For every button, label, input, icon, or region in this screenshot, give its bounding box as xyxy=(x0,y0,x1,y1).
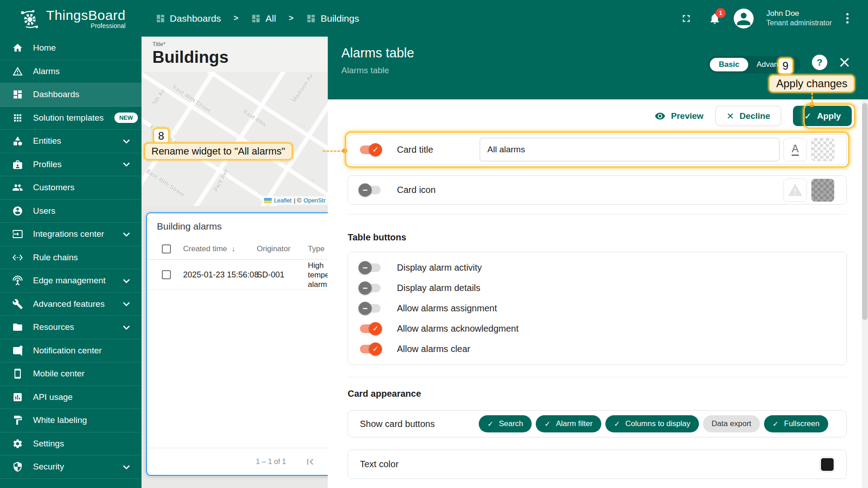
more-menu-icon[interactable] xyxy=(844,11,850,25)
column-originator[interactable]: Originator xyxy=(257,244,291,253)
thingsboard-logo[interactable]: ThingsBoard Professional xyxy=(18,7,126,30)
toggle-row-allow-alarms-clear: Allow alarms clear xyxy=(360,339,835,359)
profiles-icon xyxy=(12,159,23,170)
annotation-step-9-number: 9 xyxy=(778,57,793,75)
card-title-toggle[interactable] xyxy=(360,145,381,154)
row-checkbox[interactable] xyxy=(162,270,171,279)
integrations-center-icon xyxy=(12,229,23,239)
card-title-row: Card title A xyxy=(348,134,847,165)
leaflet-link[interactable]: Leaflet xyxy=(274,197,292,204)
sidebar-item-alarms[interactable]: Alarms xyxy=(0,60,142,84)
customers-icon xyxy=(12,182,23,193)
select-all-checkbox[interactable] xyxy=(162,244,171,253)
title-background-color-button[interactable] xyxy=(811,138,835,161)
sidebar-item-integrations-center[interactable]: Integrations center xyxy=(0,223,142,246)
sidebar-item-entities[interactable]: Entities xyxy=(0,130,142,153)
top-header-bar: ThingsBoard Professional Dashboards > Al… xyxy=(0,0,868,37)
pagination-range: 1 – 1 of 1 xyxy=(256,458,286,466)
sidebar-item-users[interactable]: Users xyxy=(0,200,142,223)
toggle-row-allow-alarms-acknowledgment: Allow alarms acknowledgment xyxy=(360,319,835,339)
decline-button[interactable]: ✕ Decline xyxy=(715,106,781,126)
white-labeling-icon xyxy=(12,415,23,426)
basic-tab[interactable]: Basic xyxy=(710,58,748,71)
alarm-table-row[interactable]: 2025-01-23 15:56:08 SD-001 High temperat… xyxy=(147,260,328,290)
preview-button[interactable]: Preview xyxy=(655,106,703,126)
sidebar-item-notification-center[interactable]: Notification center xyxy=(0,339,142,363)
new-badge: NEW xyxy=(114,113,138,123)
first-page-icon[interactable] xyxy=(304,456,316,468)
allow-alarms-acknowledgment-toggle[interactable] xyxy=(360,324,381,333)
settings-panel-body: Preview ✕ Decline ✓ Apply Card title A xyxy=(328,99,868,488)
cell-originator: SD-001 xyxy=(257,270,284,279)
card-title-input[interactable] xyxy=(480,138,779,161)
notifications-bell-icon[interactable]: 1 xyxy=(708,12,721,25)
help-icon[interactable]: ? xyxy=(812,55,827,70)
alarms-table-header: Created time↓ Originator Type xyxy=(147,238,328,260)
card-appearance-heading: Card appearance xyxy=(348,389,421,399)
widget-settings-panel: Alarms table Alarms table Basic Advanced… xyxy=(328,37,868,488)
close-icon[interactable] xyxy=(838,56,851,69)
breadcrumb-dashboards[interactable]: Dashboards xyxy=(156,13,221,24)
panel-subtitle: Alarms table xyxy=(341,66,389,75)
title-font-color-button[interactable]: A xyxy=(783,138,807,161)
sidebar-item-customers[interactable]: Customers xyxy=(0,176,142,200)
sidebar-item-settings[interactable]: Settings xyxy=(0,432,142,456)
entities-icon xyxy=(12,136,23,146)
sort-desc-icon[interactable]: ↓ xyxy=(231,245,235,253)
sidebar-item-resources[interactable]: Resources xyxy=(0,316,142,339)
breadcrumb: Dashboards > All > Buildings xyxy=(156,13,359,24)
sidebar-item-advanced-features[interactable]: Advanced features xyxy=(0,293,142,316)
avatar[interactable] xyxy=(734,9,754,28)
thingsboard-app: ThingsBoard Professional Dashboards > Al… xyxy=(0,0,868,488)
allow-alarms-assignment-toggle[interactable] xyxy=(360,304,381,313)
card-icon-toggle[interactable] xyxy=(360,186,381,194)
sidebar-item-home[interactable]: Home xyxy=(0,37,142,60)
allow-alarms-clear-toggle[interactable] xyxy=(360,345,381,353)
chip-search[interactable]: Search xyxy=(479,415,532,432)
table-buttons-heading: Table buttons xyxy=(348,232,406,243)
sidebar-item-api-usage[interactable]: API usage xyxy=(0,386,142,409)
column-created-time[interactable]: Created time↓ xyxy=(183,244,235,253)
show-card-buttons-row: Show card buttons Search Alarm filter Co… xyxy=(348,410,847,437)
apply-button[interactable]: ✓ Apply xyxy=(793,106,852,126)
fullscreen-icon[interactable] xyxy=(680,13,692,24)
home-icon xyxy=(12,42,23,53)
users-icon xyxy=(12,206,23,216)
sidebar-item-solution-templates[interactable]: Solution templates NEW xyxy=(0,107,142,130)
sidebar-item-profiles[interactable]: Profiles xyxy=(0,153,142,177)
section-divider xyxy=(348,214,847,215)
rule-chains-icon xyxy=(12,252,23,263)
dashboard-title-bar: Title* Buildings xyxy=(142,37,328,72)
icon-placeholder-button[interactable] xyxy=(783,178,807,202)
chip-columns-to-display[interactable]: Columns to display xyxy=(605,415,699,432)
advanced-features-icon xyxy=(12,299,23,310)
sidebar-item-edge-management[interactable]: Edge management xyxy=(0,269,142,293)
user-name: John Doe xyxy=(766,9,832,19)
display-alarm-details-toggle[interactable] xyxy=(360,284,381,292)
display-alarm-activity-toggle[interactable] xyxy=(360,263,381,272)
cell-created-time: 2025-01-23 15:56:08 xyxy=(183,270,259,279)
sidebar-item-security[interactable]: Security xyxy=(0,455,142,479)
column-type[interactable]: Type xyxy=(308,244,325,253)
chip-alarm-filter[interactable]: Alarm filter xyxy=(536,415,601,432)
sidebar-item-rule-chains[interactable]: Rule chains xyxy=(0,246,142,270)
sidebar-item-mobile-center[interactable]: Mobile center xyxy=(0,362,142,386)
building-alarms-widget[interactable]: Building alarms Created time↓ Originator… xyxy=(146,212,328,476)
widget-title: Building alarms xyxy=(147,213,328,232)
breadcrumb-all[interactable]: All xyxy=(251,13,276,24)
breadcrumb-buildings[interactable]: Buildings xyxy=(306,13,359,24)
alarms-icon xyxy=(12,66,23,77)
openstreetmap-link[interactable]: OpenStr xyxy=(304,197,326,204)
dashboard-title[interactable]: Buildings xyxy=(152,48,328,67)
chip-fullscreen[interactable]: Fullscreen xyxy=(764,415,828,432)
icon-color-button[interactable] xyxy=(811,178,835,202)
scrollbar-thumb[interactable] xyxy=(862,103,868,320)
sidebar-item-dashboards[interactable]: Dashboards xyxy=(0,83,142,107)
panel-scrollbar[interactable] xyxy=(862,99,868,488)
table-pagination: 1 – 1 of 1 xyxy=(147,448,328,475)
sidebar-item-white-labeling[interactable]: White labeling xyxy=(0,409,142,432)
logo-title: ThingsBoard xyxy=(46,8,126,23)
chip-data-export[interactable]: Data export xyxy=(703,415,760,432)
map-attribution: Leaflet | © OpenStr xyxy=(262,196,328,205)
text-color-swatch[interactable] xyxy=(820,457,835,472)
